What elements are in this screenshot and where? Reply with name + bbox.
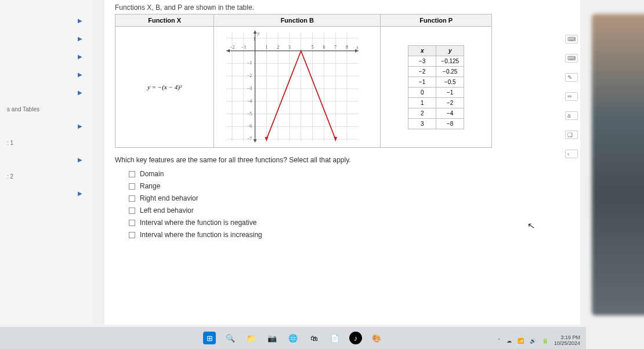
cell: 1 [408,97,436,108]
checkbox-icon[interactable] [129,171,135,177]
table-row: 3−8 [408,118,464,129]
calculator-icon[interactable]: ⌨ [565,35,578,43]
svg-text:6: 6 [323,45,325,50]
pencil-icon[interactable]: ✎ [565,73,578,82]
checkbox-icon[interactable] [129,220,135,226]
table-row: 0−1 [408,87,464,97]
col-header-p: Function P [381,14,492,27]
svg-text:−5: −5 [247,111,252,117]
tiktok-icon[interactable]: ♪ [349,332,362,344]
p-header-y: y [436,45,464,56]
note-icon[interactable]: ⌨ [565,54,578,63]
cell: −0.25 [436,66,464,77]
battery-icon[interactable]: 🔋 [542,338,548,344]
play-icon: ▶ [78,190,82,197]
cell: 0 [408,87,436,97]
sidebar-item[interactable]: ▶ [0,184,93,202]
play-icon: ▶ [78,35,82,42]
search-icon[interactable]: 🔍 [224,332,237,344]
play-icon: ▶ [78,157,82,163]
background-photo [592,14,644,315]
option-label: Interval where the function is increasin… [140,231,262,239]
cell: −0.125 [436,56,464,66]
checkbox-icon[interactable] [129,232,135,238]
chrome-icon[interactable]: 🎨 [370,332,383,344]
cell: −2 [408,66,436,77]
checkbox-icon[interactable] [129,195,135,202]
cell: −1 [436,87,464,97]
svg-text:1: 1 [254,37,256,42]
sidebar-item[interactable]: ▶ [0,48,93,66]
wifi-icon[interactable]: 📶 [518,338,524,344]
chevron-up-icon[interactable]: ˄ [498,338,501,344]
sidebar-item[interactable]: ▶ [0,12,93,30]
answer-options: Domain Range Right end behavior Left end… [129,170,570,239]
option-right-end[interactable]: Right end behavior [129,194,570,202]
sidebar: ▶ ▶ ▶ ▶ ▶ s and Tables ▶ : 1 ▶ : 2 ▶ [0,0,93,325]
svg-text:8: 8 [346,45,348,50]
svg-text:−4: −4 [247,99,252,104]
sidebar-item[interactable]: ▶ [0,66,93,83]
sidebar-item[interactable]: ▶ [0,30,93,48]
svg-marker-24 [254,30,257,34]
clock[interactable]: 3:19 PM 10/25/2024 [554,335,580,347]
function-p-table-cell: xy −3−0.125 −2−0.25 −1−0.5 0−1 1−2 2−4 3… [381,27,492,148]
camera-icon[interactable]: 📷 [266,332,278,344]
sidebar-item[interactable]: ▶ [0,117,93,135]
cell: −1 [408,77,436,87]
p-header-x: x [408,45,436,56]
cell: −3 [408,56,436,66]
svg-text:3: 3 [288,45,291,50]
intro-text: Functions X, B, and P are shown in the t… [115,3,570,12]
start-icon[interactable]: ⊞ [203,332,216,344]
svg-text:−2: −2 [230,45,234,50]
option-negative[interactable]: Interval where the function is negative [129,219,570,227]
sidebar-label-2: : 2 [0,169,93,184]
table-row: 1−2 [408,97,464,108]
cell: −2 [436,97,464,108]
checkbox-icon[interactable] [129,208,135,214]
store-icon[interactable]: 🛍 [307,332,320,344]
cloud-icon[interactable]: ☁ [506,338,512,344]
option-label: Left end behavior [140,206,194,215]
option-label: Range [140,182,160,190]
play-icon: ▶ [78,71,82,78]
svg-text:5: 5 [312,45,314,50]
play-icon: ▶ [78,53,82,60]
word-icon[interactable]: 📄 [328,332,341,344]
play-icon: ▶ [78,123,82,129]
edge-icon[interactable]: 🌐 [287,332,299,344]
svg-text:−1: −1 [247,60,252,66]
svg-text:−3: −3 [247,86,252,91]
play-icon: ▶ [78,89,82,96]
svg-text:−1: −1 [241,45,246,50]
option-range[interactable]: Range [129,182,570,190]
cell: 3 [408,118,436,129]
text-tool-icon[interactable]: a [565,111,578,120]
collapse-icon[interactable]: ‹ [565,150,578,158]
explorer-icon[interactable]: 📁 [245,332,258,344]
right-toolbar: ⌨ ⌨ ✎ ✏ a ❏ ‹ [565,35,578,158]
main-content: Functions X, B, and P are shown in the t… [104,0,580,325]
option-domain[interactable]: Domain [129,170,570,178]
svg-text:−6: −6 [247,123,252,129]
svg-text:1: 1 [266,45,268,50]
volume-icon[interactable]: 🔊 [530,338,536,344]
sidebar-item[interactable]: ▶ [0,83,93,101]
option-left-end[interactable]: Left end behavior [129,206,570,215]
highlighter-icon[interactable]: ✏ [565,92,578,101]
sidebar-item[interactable]: ▶ [0,151,93,169]
option-label: Interval where the function is negative [140,219,256,227]
svg-text:x: x [356,45,359,50]
system-tray[interactable]: ˄ ☁ 📶 🔊 🔋 3:19 PM 10/25/2024 [498,335,580,347]
svg-text:−7: −7 [247,136,252,141]
svg-text:−2: −2 [247,73,252,78]
function-b-graph: y x 1 −2−1 123 5678 −1−2−3 −4−5−6−7 [214,27,365,147]
cell: 2 [408,108,436,118]
functions-table: Function X Function B Function P y = −(x… [115,14,492,148]
function-x-formula: y = −(x − 4)² [115,27,214,148]
eraser-icon[interactable]: ❏ [565,130,578,139]
checkbox-icon[interactable] [129,183,135,190]
option-increasing[interactable]: Interval where the function is increasin… [129,231,570,239]
col-header-b: Function B [214,14,381,27]
